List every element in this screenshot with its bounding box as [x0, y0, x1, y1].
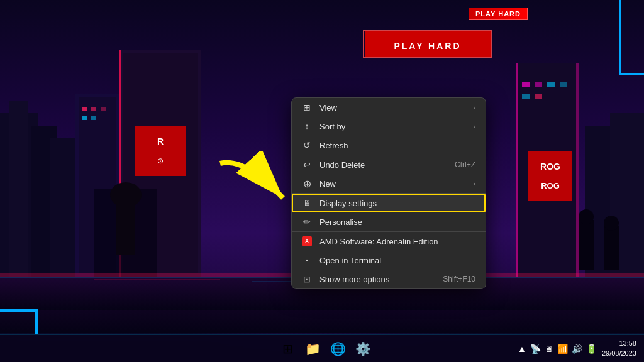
ctx-amd[interactable]: A AMD Software: Adrenalin Edition [292, 232, 486, 251]
desktop: R ⊙ PLAY HARD ROG ROG [0, 0, 644, 362]
new-label: New [319, 179, 466, 189]
svg-rect-44 [579, 220, 594, 270]
refresh-icon: ↺ [302, 140, 312, 150]
svg-rect-45 [604, 226, 619, 270]
undo-label: Undo Delete [319, 160, 447, 170]
file-explorer-button[interactable]: 📁 [303, 339, 323, 359]
svg-point-20 [110, 182, 142, 207]
taskbar-right: ▲ 📡 🖥 📶 🔊 🔋 13:58 29/08/2023 [518, 339, 636, 358]
svg-text:R: R [157, 136, 164, 146]
svg-rect-33 [535, 94, 542, 99]
amd-icon: A [302, 236, 312, 246]
wifi-icon[interactable]: 📶 [557, 344, 568, 354]
show-more-icon: ⊡ [302, 274, 312, 284]
refresh-label: Refresh [319, 141, 475, 150]
svg-point-47 [604, 216, 619, 231]
svg-rect-27 [576, 63, 579, 277]
tray-chevron[interactable]: ▲ [518, 344, 526, 354]
svg-rect-12 [91, 116, 96, 120]
ctx-new[interactable]: ⊕ New › [292, 174, 486, 194]
ctx-undo-delete[interactable]: ↩ Undo Delete Ctrl+Z [292, 155, 486, 174]
personalise-icon: ✏ [302, 217, 312, 227]
ctx-terminal[interactable]: ▪ Open in Terminal [292, 251, 486, 270]
personalise-label: Personalise [319, 217, 475, 227]
view-arrow: › [474, 104, 475, 111]
svg-point-46 [579, 209, 594, 224]
context-menu: ⊞ View › ↕ Sort by › ↺ Refresh ↩ Undo De… [291, 97, 486, 289]
svg-text:ROG: ROG [541, 181, 560, 190]
new-arrow: › [474, 180, 475, 187]
network-icon[interactable]: 📡 [530, 344, 541, 354]
new-icon: ⊕ [302, 178, 312, 189]
svg-text:ROG: ROG [540, 162, 560, 172]
undo-icon: ↩ [302, 160, 312, 170]
clock[interactable]: 13:58 29/08/2023 [602, 339, 636, 358]
svg-rect-32 [522, 94, 530, 99]
play-hard-sign: PLAY HARD [469, 8, 528, 20]
svg-rect-34 [528, 151, 572, 201]
ctx-view[interactable]: ⊞ View › [292, 98, 486, 117]
monitor-icon[interactable]: 🖥 [545, 344, 553, 354]
ctx-refresh[interactable]: ↺ Refresh [292, 136, 486, 155]
show-more-shortcut: Shift+F10 [443, 275, 475, 283]
svg-rect-8 [82, 107, 87, 111]
svg-rect-11 [82, 116, 87, 120]
svg-rect-30 [547, 82, 555, 87]
svg-rect-28 [522, 82, 530, 87]
clock-date: 29/08/2023 [602, 349, 636, 358]
display-icon: 🖥 [302, 198, 312, 208]
display-label: Display settings [319, 199, 475, 208]
svg-rect-3 [9, 101, 28, 277]
sort-label: Sort by [319, 122, 466, 131]
svg-rect-15 [135, 126, 186, 176]
start-button[interactable]: ⊞ [278, 339, 298, 359]
ctx-display-settings[interactable]: 🖥 Display settings [292, 194, 486, 212]
undo-shortcut: Ctrl+Z [455, 160, 475, 169]
svg-text:PLAY HARD: PLAY HARD [394, 41, 461, 51]
ctx-show-more[interactable]: ⊡ Show more options Shift+F10 [292, 270, 486, 288]
folder-icon: 📁 [305, 341, 321, 356]
system-tray: ▲ 📡 🖥 📶 🔊 🔋 [518, 344, 597, 354]
view-icon: ⊞ [302, 102, 312, 112]
ctx-personalise[interactable]: ✏ Personalise [292, 212, 486, 232]
settings-button[interactable]: ⚙️ [353, 339, 374, 359]
settings-icon: ⚙️ [355, 341, 371, 356]
chrome-icon: 🌐 [330, 341, 346, 356]
svg-rect-21 [116, 204, 135, 255]
start-icon: ⊞ [282, 341, 293, 356]
show-more-label: Show more options [319, 275, 435, 284]
volume-icon[interactable]: 🔊 [572, 344, 582, 354]
taskbar: ⊞ 📁 🌐 ⚙️ ▲ 📡 🖥 📶 🔊 🔋 13:58 [0, 334, 644, 362]
svg-rect-31 [560, 82, 567, 87]
svg-rect-9 [91, 107, 96, 111]
svg-text:⊙: ⊙ [157, 156, 164, 165]
battery-icon[interactable]: 🔋 [586, 344, 597, 354]
ctx-sort-by[interactable]: ↕ Sort by › [292, 117, 486, 136]
chrome-button[interactable]: 🌐 [328, 339, 348, 359]
svg-rect-26 [516, 63, 518, 277]
amd-label: AMD Software: Adrenalin Edition [319, 237, 475, 246]
sort-icon: ↕ [302, 121, 312, 131]
terminal-label: Open in Terminal [319, 256, 475, 265]
clock-time: 13:58 [602, 339, 636, 348]
svg-rect-29 [535, 82, 542, 87]
sort-arrow: › [474, 123, 475, 130]
taskbar-center: ⊞ 📁 🌐 ⚙️ [278, 339, 374, 359]
terminal-icon: ▪ [302, 255, 312, 265]
view-label: View [319, 103, 466, 112]
svg-rect-10 [101, 107, 106, 111]
